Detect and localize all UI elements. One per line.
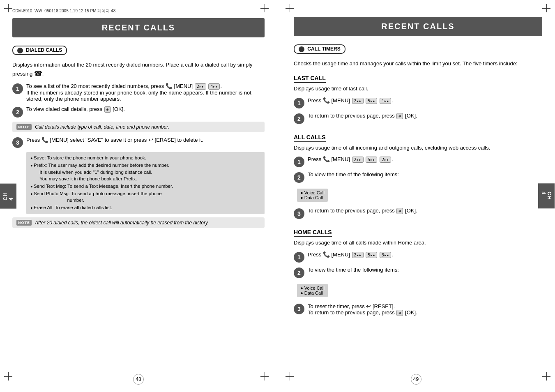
- crosshair-tl: [4, 4, 12, 12]
- left-title: RECENT CALLS: [12, 18, 265, 37]
- home-calls-step-num-1: 1: [294, 252, 304, 263]
- note-label-2: NOTE: [16, 220, 32, 226]
- all-calls-step-num-3: 3: [294, 208, 304, 219]
- home-calls-step-2: 2 To view the time of the following item…: [294, 267, 542, 278]
- home-calls-header: HOME CALLS: [294, 229, 332, 237]
- doc-header: CDM-8910_WW_050118 2005.1.19 12:15 PM 페이…: [12, 8, 265, 14]
- crosshair-br: [260, 372, 269, 380]
- bullet-1: Save: To store the phone number in your …: [30, 154, 260, 161]
- reset-icon: ↩: [366, 303, 371, 309]
- step-3: 3 Press 📞 [MENU] select "SAVE" to save i…: [12, 136, 265, 148]
- key-ac-5: 5▸▸: [366, 157, 377, 163]
- ok-key-r3: ⊛: [396, 310, 403, 316]
- step-num-3: 3: [12, 137, 23, 148]
- key-r-2: 2▸▸: [352, 98, 364, 104]
- page-num-left: 48: [133, 374, 144, 385]
- crosshair-bl: [4, 372, 12, 380]
- last-call-step-2: 2 To return to the previous page, press …: [294, 113, 542, 124]
- phone-send-icon: ☎: [34, 70, 42, 77]
- step-num-2: 2: [12, 107, 23, 118]
- crosshair-r-tr: [542, 4, 550, 12]
- key-hc-5: 5▸▸: [366, 252, 377, 258]
- all-calls-header: ALL CALLS: [294, 134, 326, 142]
- last-call-desc: Displays usage time of last call.: [294, 85, 542, 93]
- key-ac-2b: 2▸▸: [380, 157, 391, 163]
- call-timers-badge-container: CALL TIMERS: [294, 44, 542, 57]
- crosshair-r-tl: [286, 4, 294, 12]
- last-call-step-num-2: 2: [294, 113, 304, 124]
- bullet-box: Save: To store the phone number in your …: [26, 152, 265, 214]
- all-calls-step-2: 2 To view the time of the following item…: [294, 171, 542, 183]
- erase-icon: ↩: [148, 136, 153, 143]
- chapter-marker-right: CH4: [538, 183, 555, 208]
- last-call-step-1: 1 Press 📞 [MENU] 2▸▸ 5▸▸ 1▸▸.: [294, 97, 542, 108]
- bullet-4: Send Photo Msg: To send a photo message,…: [30, 190, 260, 203]
- dialed-calls-badge: DIALED CALLS: [12, 46, 67, 55]
- phone-icon-1: 📞: [166, 83, 173, 89]
- right-title: RECENT CALLS: [294, 17, 542, 36]
- crosshair-r-bl: [286, 372, 294, 380]
- last-call-step-num-1: 1: [294, 98, 304, 108]
- section-desc: Displays information about the 20 most r…: [12, 61, 265, 79]
- bullet-3: Send Text Msg: To send a Text Message, i…: [30, 183, 260, 189]
- key-2: 2▸▸: [195, 83, 206, 90]
- home-calls-step-num-3: 3: [294, 304, 304, 314]
- all-calls-step-3: 3 To return to the previous page, press …: [294, 208, 542, 219]
- ok-key-1: ⊛: [104, 106, 111, 113]
- all-calls-step-num-1: 1: [294, 157, 304, 167]
- chapter-marker-left: CH4: [0, 183, 16, 208]
- all-calls-step-num-2: 2: [294, 172, 304, 183]
- ok-key-r1: ⊛: [396, 113, 403, 119]
- key-4: 4▸▸: [208, 83, 220, 90]
- step-1: 1 To see a list of the 20 most recently …: [12, 83, 265, 102]
- last-call-header: LAST CALL: [294, 75, 326, 83]
- step-num-1: 1: [12, 83, 23, 94]
- home-calls-step-3: 3 To reset the timer, press ↩ [RESET]. T…: [294, 303, 542, 316]
- badge-circle-right: [299, 46, 304, 52]
- note-box-1: NOTE Call details include type of call, …: [12, 122, 265, 132]
- key-ac-2: 2▸▸: [352, 157, 364, 163]
- home-calls-items: ● Voice Call ● Data Call: [297, 284, 328, 297]
- key-hc-2: 2▸▸: [352, 252, 364, 258]
- note-label-1: NOTE: [16, 124, 32, 130]
- home-calls-step-1: 1 Press 📞 [MENU] 2▸▸ 5▸▸ 3▸▸.: [294, 251, 542, 263]
- step-1-content: To see a list of the 20 most recently di…: [26, 83, 265, 102]
- home-calls-step-num-2: 2: [294, 267, 304, 278]
- key-hc-3: 3▸▸: [380, 252, 391, 258]
- note-text-2: After 20 dialed calls, the oldest call w…: [35, 220, 209, 226]
- home-calls-desc: Displays usage time of all calls made wi…: [294, 239, 542, 247]
- all-calls-step-1: 1 Press 📞 [MENU] 2▸▸ 5▸▸ 2▸▸.: [294, 156, 542, 167]
- ok-key-r2: ⊛: [396, 208, 403, 214]
- left-page: CDM-8910_WW_050118 2005.1.19 12:15 PM 페이…: [0, 0, 277, 392]
- step-2: 2 To view dialed call details, press ⊛ […: [12, 106, 265, 118]
- right-section-desc: Checks the usage time and manages your c…: [294, 60, 542, 68]
- phone-icon-r2: 📞: [323, 156, 330, 162]
- crosshair-r-br: [542, 372, 550, 380]
- all-calls-desc: Displays usage time of all incoming and …: [294, 144, 542, 152]
- note-text-1: Call details include type of call, date,…: [35, 124, 169, 130]
- call-timers-badge: CALL TIMERS: [294, 44, 345, 54]
- right-page: x RECENT CALLS CALL TIMERS Checks the us…: [277, 0, 555, 392]
- bullet-list: Save: To store the phone number in your …: [30, 154, 260, 211]
- crosshair-tr: [260, 4, 269, 12]
- phone-icon-2: 📞: [41, 136, 48, 143]
- bullet-5: Erase All: To erase all dialed calls lis…: [30, 204, 260, 211]
- all-calls-items: ● Voice Call ● Data Call: [297, 189, 328, 202]
- phone-icon-r3: 📞: [323, 251, 330, 258]
- phone-icon-r1: 📞: [323, 97, 330, 104]
- page-num-right: 49: [411, 374, 421, 385]
- key-r-1tc: 1▸▸: [380, 98, 391, 104]
- bullet-2: Prefix: The user may add the desired num…: [30, 162, 260, 182]
- note-box-2: NOTE After 20 dialed calls, the oldest c…: [12, 217, 265, 228]
- badge-circle: [17, 48, 23, 53]
- step-3-content: Press 📞 [MENU] select "SAVE" to save it …: [26, 136, 265, 143]
- key-r-5: 5▸▸: [366, 98, 377, 104]
- dialed-calls-badge-container: DIALED CALLS: [12, 46, 265, 58]
- step-2-content: To view dialed call details, press ⊛ [OK…: [26, 106, 265, 113]
